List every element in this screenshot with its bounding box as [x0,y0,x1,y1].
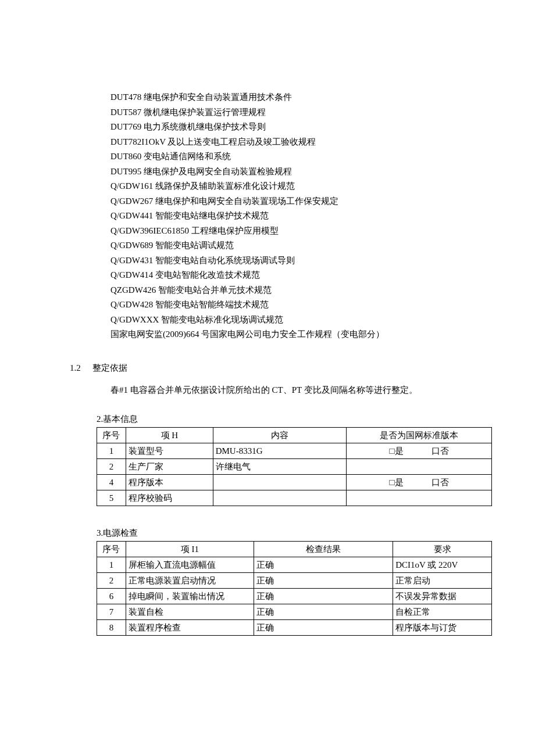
table-row: 6掉电瞬间，装置输出情况正确不误发异常数据 [97,588,492,604]
table1-title: 2.基本信息 [97,412,465,426]
table-row: 7装置自检正确自检正常 [97,604,492,619]
cell-std: □是口否 [347,443,492,458]
standard-line: Q/GDW161 线路保护及辅助装置标准化设计规范 [110,179,465,194]
cell-item: 掉电瞬间，装置输出情况 [126,588,254,604]
cell-no: 6 [97,588,126,604]
cell-result: 正确 [254,604,393,619]
standard-line: Q/GDWXXX 智能变电站标准化现场调试规范 [110,313,465,328]
cell-item: 装置自检 [126,604,254,619]
table-row: 5程序校验码 [97,490,492,506]
cell-no: 2 [97,572,126,588]
section-title: 整定依据 [92,361,127,375]
col-result: 检查结果 [254,541,393,557]
cell-no: 2 [97,458,126,474]
table-row: 2生产厂家许继电气 [97,458,492,474]
table-row: 8装置程序检查正确程序版本与订货 [97,619,492,635]
standards-list: DUT478 继电保护和安全自动装置通用技术条件DUT587 微机继电保护装置运… [110,90,465,342]
cell-no: 4 [97,474,126,490]
standard-line: Q/GDW267 继电保护和电网安全自动装置现场工作保安规定 [110,194,465,209]
cell-content [213,474,347,490]
table-row: 2正常电源装置启动情况正确正常启动 [97,572,492,588]
cell-content: DMU-8331G [213,443,347,458]
cell-content [213,490,347,506]
col-no: 序号 [97,541,126,557]
cell-item: 正常电源装置启动情况 [126,572,254,588]
standard-line: Q/GDW396IEC61850 工程继电保护应用模型 [110,224,465,239]
table-header-row: 序号 项 H 内容 是否为国网标准版本 [97,427,492,443]
document-page: DUT478 继电保护和安全自动装置通用技术条件DUT587 微机继电保护装置运… [0,0,535,756]
cell-req: 正常启动 [393,572,492,588]
standard-line: Q/GDW441 智能变电站继电保护技术规范 [110,209,465,224]
standard-line: DUT995 继电保护及电网安全自动装置检验规程 [110,164,465,180]
col-req: 要求 [393,541,492,557]
table-header-row: 序号 项 I1 检查结果 要求 [97,541,492,557]
cell-item: 程序校验码 [126,490,213,506]
table-row: 4程序版本□是口否 [97,474,492,490]
cell-req: 自检正常 [393,604,492,619]
section-body: 春#1 电容器合并单元依据设计院所给出的 CT、PT 变比及间隔名称等进行整定。 [110,383,465,397]
col-no: 序号 [97,427,126,443]
cell-result: 正确 [254,619,393,635]
cell-req: 程序版本与订货 [393,619,492,635]
checkbox-yes[interactable]: □是 [390,475,404,489]
cell-no: 5 [97,490,126,506]
cell-item: 屏柜输入直流电源幅值 [126,557,254,572]
cell-no: 1 [97,443,126,458]
standard-line: 国家电网安监(2009)664 号国家电网公司电力安全工作规程（变电部分） [110,327,465,342]
col-item: 项 H [126,427,213,443]
checkbox-no[interactable]: 口否 [431,444,449,458]
col-std: 是否为国网标准版本 [347,427,492,443]
cell-req: DCI1oV 或 220V [393,557,492,572]
cell-req: 不误发异常数据 [393,588,492,604]
cell-no: 7 [97,604,126,619]
power-check-table: 序号 项 I1 检查结果 要求 1屏柜输入直流电源幅值正确DCI1oV 或 22… [97,541,492,636]
table2-title: 3.电源检查 [97,526,465,540]
standard-line: DUT782I1OkV 及以上送变电工程启动及竣工验收规程 [110,135,465,150]
checkbox-no[interactable]: 口否 [431,475,449,489]
standard-line: QZGDW426 智能变电站合并单元技术规范 [110,283,465,298]
standard-line: Q/GDW414 变电站智能化改造技术规范 [110,268,465,283]
standard-line: Q/GDW428 智能变电站智能终端技术规范 [110,298,465,313]
section-header-1-2: 1.2 整定依据 [70,361,465,375]
table-row: 1装置型号DMU-8331G□是口否 [97,443,492,458]
col-item: 项 I1 [126,541,254,557]
cell-result: 正确 [254,572,393,588]
cell-no: 8 [97,619,126,635]
cell-item: 装置程序检查 [126,619,254,635]
cell-std [347,490,492,506]
standard-line: Q/GDW689 智能变电站调试规范 [110,238,465,253]
standard-line: DUT478 继电保护和安全自动装置通用技术条件 [110,90,465,105]
cell-std: □是口否 [347,474,492,490]
checkbox-yes[interactable]: □是 [390,444,404,458]
cell-no: 1 [97,557,126,572]
cell-result: 正确 [254,557,393,572]
table-row: 1屏柜输入直流电源幅值正确DCI1oV 或 220V [97,557,492,572]
standard-line: DUT860 变电站通信网络和系统 [110,149,465,164]
cell-item: 生产厂家 [126,458,213,474]
standard-line: Q/GDW431 智能变电站自动化系统现场调试导则 [110,253,465,268]
standard-line: DUT769 电力系统微机继电保护技术导则 [110,120,465,135]
cell-std [347,458,492,474]
cell-item: 装置型号 [126,443,213,458]
basic-info-table: 序号 项 H 内容 是否为国网标准版本 1装置型号DMU-8331G□是口否2生… [97,427,492,506]
section-number: 1.2 [70,361,81,375]
standard-line: DUT587 微机继电保护装置运行管理规程 [110,105,465,120]
cell-item: 程序版本 [126,474,213,490]
cell-result: 正确 [254,588,393,604]
col-content: 内容 [213,427,347,443]
cell-content: 许继电气 [213,458,347,474]
